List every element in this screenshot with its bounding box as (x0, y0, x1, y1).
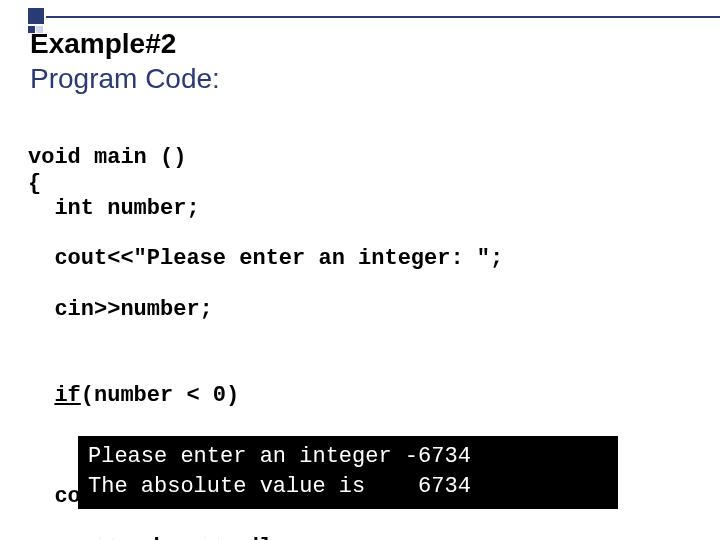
code-line: cout<<"Please enter an integer: "; (28, 246, 530, 271)
console-line: The absolute value is 6734 (88, 474, 471, 499)
console-output: Please enter an integer -6734 The absolu… (78, 436, 618, 509)
code-line: <<number<<endl; (28, 535, 530, 540)
heading: Example#2 Program Code: (30, 26, 220, 96)
square-icon (28, 8, 44, 24)
heading-title: Example#2 (30, 26, 220, 61)
code-line: if(number < 0) (28, 383, 530, 408)
code-line: void main () (28, 145, 186, 170)
code-line: cin>>number; (28, 297, 530, 322)
code-line: { (28, 171, 41, 196)
divider (46, 16, 720, 18)
heading-subtitle: Program Code: (30, 61, 220, 96)
slide: Example#2 Program Code: void main () { i… (0, 0, 720, 540)
console-line: Please enter an integer -6734 (88, 444, 471, 469)
code-line: int number; (28, 196, 530, 221)
keyword-if: if (54, 383, 80, 408)
